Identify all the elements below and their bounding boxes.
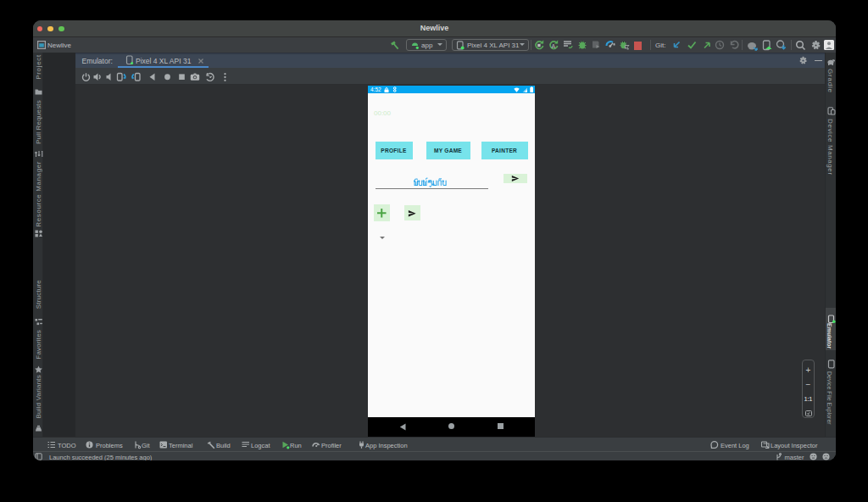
svg-text:A: A xyxy=(551,43,555,49)
